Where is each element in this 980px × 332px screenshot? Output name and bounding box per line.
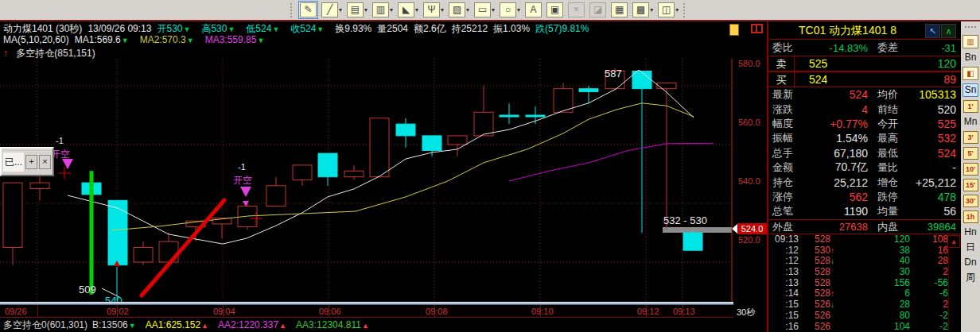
detail-label: 均量 xyxy=(868,204,912,218)
tick-direction-none xyxy=(830,234,840,245)
kline-chart-icon[interactable]: ▥ xyxy=(962,35,978,48)
copy-tool-button[interactable]: ▣ xyxy=(545,1,565,19)
period-week[interactable]: 周 xyxy=(966,272,975,284)
close-icon[interactable]: × xyxy=(39,155,51,169)
hatch-tool-button[interactable]: ▨▾ xyxy=(447,1,471,19)
period-1min[interactable]: 1' xyxy=(963,100,978,113)
detail-row: 振幅1.54%最高532 xyxy=(768,131,961,145)
header-segment: B:13506▼ xyxy=(92,319,141,330)
dropdown-arrow-icon[interactable]: ▾ xyxy=(441,6,444,14)
tick-time: :15 xyxy=(768,311,799,322)
detail-row: 总手67,180最低524 xyxy=(768,146,961,160)
tick-volume: 30 xyxy=(840,267,910,278)
open-short-arrow-icon xyxy=(243,201,249,207)
quote-panel: TC01 动力煤1401 8 ↖∧ 委比-14.83%委差-31卖525120买… xyxy=(767,21,961,332)
change-arrow-icon: ▲ xyxy=(201,322,208,330)
save-style-icon: ◫ xyxy=(658,2,675,17)
indicator-status-bar: 多空持仓0(601,301)B:13506▼AA1:625.152▲AA2:12… xyxy=(0,318,737,332)
dropdown-arrow-icon[interactable]: ▾ xyxy=(364,6,368,14)
period-day[interactable]: 日 xyxy=(966,241,975,253)
header-segment: 量2504 xyxy=(377,23,408,34)
vertical-lines-tool-button[interactable]: ▥▾ xyxy=(371,1,395,19)
dropdown-arrow-icon[interactable]: ▾ xyxy=(650,6,653,14)
period-dn[interactable]: Dn xyxy=(964,257,976,268)
tick-row: :12530↑3816 xyxy=(768,245,961,257)
hand-pointer-icon[interactable]: ↖ xyxy=(925,24,940,38)
toolbar-end-grip[interactable] xyxy=(683,3,688,17)
tick-row: :16526104-2 xyxy=(768,322,961,332)
text-tool-button[interactable]: A xyxy=(523,1,543,19)
indicator-label: 多空持仓(851,151) xyxy=(16,48,95,59)
candle xyxy=(500,115,519,117)
palette-tool-button[interactable]: ▩▾ xyxy=(631,1,655,19)
pitchfork-tool-button[interactable]: Ψ▾ xyxy=(422,1,445,19)
period-5min[interactable]: 5' xyxy=(963,147,978,160)
change-arrow-icon: ▼ xyxy=(129,322,136,330)
detail-label: 涨跌 xyxy=(768,102,804,117)
detail-label: 今开 xyxy=(868,117,912,131)
time-label: 09:12 xyxy=(637,307,659,316)
period-15min[interactable]: 15' xyxy=(963,179,978,191)
ellipse-tool-button[interactable]: ○▾ xyxy=(498,1,522,19)
pin-icon[interactable]: + xyxy=(25,155,37,169)
floating-order-window[interactable]: 已... + × xyxy=(0,147,54,176)
period-mn[interactable]: Mn xyxy=(964,116,978,128)
candle xyxy=(396,124,415,136)
detail-value: 478 xyxy=(912,191,961,203)
period-1h[interactable]: 1h xyxy=(963,210,978,223)
tick-direction-icon: ↑ xyxy=(830,288,840,299)
tick-volume: 40 xyxy=(840,256,910,267)
header-segment: 收524▼ xyxy=(290,23,329,34)
ma-line-ma3 xyxy=(509,143,714,181)
dropdown-arrow-icon[interactable]: ▾ xyxy=(675,6,679,14)
header-segment: AA1:625.152▲ xyxy=(146,319,213,330)
weibi-row: 委比-14.83%委差-31 xyxy=(768,40,961,56)
brush-tool-button[interactable]: ✎ xyxy=(298,1,318,19)
scroll-up-button[interactable]: ▲ xyxy=(947,235,960,248)
period-30min[interactable]: 30' xyxy=(963,195,978,207)
pan-row: 外盘27638内盘39864 xyxy=(768,219,961,234)
period-bn[interactable]: Bn xyxy=(965,52,977,64)
note-lines-tool-button[interactable]: ▤▾ xyxy=(345,1,369,19)
gann-fan-tool-button[interactable]: ◣▾ xyxy=(396,1,420,19)
pan-cell: 内盘 xyxy=(868,220,912,234)
dropdown-arrow-icon[interactable]: ▾ xyxy=(466,6,469,14)
period-sn[interactable]: Sn xyxy=(962,83,979,97)
dropdown-arrow-icon[interactable]: ▾ xyxy=(517,6,520,14)
tick-time: :15 xyxy=(768,299,799,311)
period-hn[interactable]: Hn xyxy=(964,226,976,238)
period-3min[interactable]: 3' xyxy=(963,131,978,144)
right-toolbar-grip[interactable] xyxy=(965,26,976,32)
candle xyxy=(134,248,153,263)
ask-price[interactable]: 525 xyxy=(795,57,881,70)
bid-price[interactable]: 524 xyxy=(795,73,881,86)
detail-label: 量比 xyxy=(868,160,912,175)
dropdown-arrow-icon[interactable]: ▾ xyxy=(415,6,418,14)
period-10min[interactable]: 10' xyxy=(963,163,978,176)
toolbar-grip[interactable] xyxy=(290,3,295,17)
window-icon[interactable] xyxy=(751,24,763,33)
collapse-panel-icon[interactable]: ∧ xyxy=(941,24,956,38)
rectangle-tool-button[interactable]: ▭▾ xyxy=(472,1,496,19)
price-label: 520.0 xyxy=(738,235,760,245)
dropdown-arrow-icon[interactable]: ▾ xyxy=(339,6,342,14)
change-arrow-icon: ▼ xyxy=(187,37,194,44)
dropdown-arrow-icon[interactable]: ▾ xyxy=(390,6,393,14)
tick-row: :14528↑6-6 xyxy=(768,288,961,299)
chart-plot-area[interactable]: 587532 - 530509540-1开空-1开空 xyxy=(0,21,733,332)
pan-cell: 外盘 xyxy=(768,220,804,234)
tick-direction-none xyxy=(830,311,840,322)
tick-direction-icon: ↓ xyxy=(830,299,840,311)
snapshot-tool-button[interactable]: ▦ xyxy=(609,1,629,19)
tick-scrollbar-track[interactable] xyxy=(948,247,960,331)
save-style-tool-button[interactable]: ◫▾ xyxy=(656,1,680,19)
line-tool-button[interactable]: ╱▾ xyxy=(320,1,344,19)
header-segment: MA(5,10,20,60) xyxy=(3,34,69,45)
ask: 卖525120 xyxy=(768,56,961,71)
change-arrow-icon: ▼ xyxy=(122,37,129,44)
detail-value: 562 xyxy=(804,191,868,203)
tick-row: 09:13528120108 xyxy=(768,234,961,245)
trend-line xyxy=(142,200,224,295)
dropdown-arrow-icon[interactable]: ▾ xyxy=(492,6,495,14)
tick-chart-icon[interactable]: ◧ xyxy=(962,67,978,80)
